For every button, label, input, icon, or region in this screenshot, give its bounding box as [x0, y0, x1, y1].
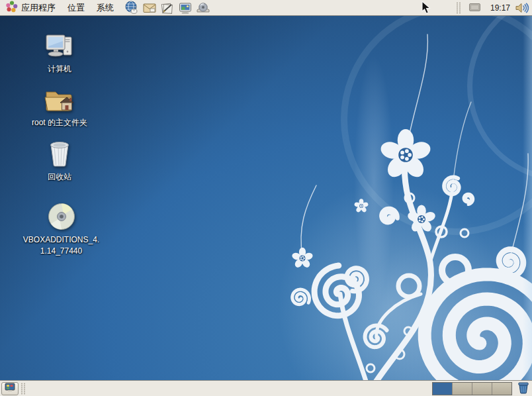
- desktop-icon-home-folder[interactable]: root 的主文件夹: [20, 87, 99, 128]
- workspace-cell-2[interactable]: [452, 383, 472, 395]
- applications-menu[interactable]: 应用程序: [0, 0, 62, 15]
- email-client-icon[interactable]: [142, 1, 157, 15]
- desktop-icon-label: root 的主文件夹: [20, 118, 99, 128]
- trash-can-icon: [46, 140, 73, 171]
- workspace-cell-3[interactable]: [472, 383, 492, 395]
- computer-icon: [44, 33, 75, 63]
- workspace-cell-1[interactable]: [433, 383, 452, 395]
- show-desktop-icon: [5, 383, 15, 395]
- bottom-panel: [0, 380, 532, 396]
- panel-launchers: [124, 1, 211, 15]
- applications-menu-label: 应用程序: [21, 2, 56, 14]
- cd-disc-icon: [46, 201, 77, 234]
- panel-drag-handle[interactable]: [456, 2, 462, 14]
- speaker-volume-icon[interactable]: [515, 2, 529, 14]
- trash-applet[interactable]: [516, 381, 531, 396]
- cd-player-icon[interactable]: [195, 1, 211, 15]
- show-desktop-button[interactable]: [1, 382, 19, 395]
- tray-indicator-icon[interactable]: [469, 2, 480, 14]
- display-photo-icon[interactable]: [177, 1, 193, 15]
- desktop-icon-label-line1: VBOXADDITIONS_4.: [7, 235, 116, 245]
- panel-clock[interactable]: 19:17: [487, 3, 513, 13]
- panel-drag-handle[interactable]: [21, 383, 26, 395]
- desktop-icon-computer[interactable]: 计算机: [20, 33, 99, 74]
- distro-flower-logo-icon: [6, 1, 18, 15]
- desktop-icon-label-line2: 1.14_77440: [7, 246, 116, 256]
- places-menu[interactable]: 位置: [62, 0, 91, 15]
- desktop-icon-vbox-cd[interactable]: VBOXADDITIONS_4. 1.14_77440: [7, 201, 116, 256]
- system-menu-label: 系统: [97, 2, 114, 14]
- trash-bin-icon: [517, 381, 530, 396]
- writer-document-icon[interactable]: [159, 1, 175, 15]
- workspace-cell-4[interactable]: [492, 383, 511, 395]
- desktop-icon-label: 回收站: [20, 172, 99, 182]
- web-browser-icon[interactable]: [124, 1, 140, 15]
- places-menu-label: 位置: [67, 2, 85, 14]
- desktop-icon-trash[interactable]: 回收站: [20, 140, 99, 182]
- desktop-surface[interactable]: 计算机 root 的主文件夹: [0, 16, 532, 380]
- system-menu[interactable]: 系统: [91, 0, 120, 15]
- top-panel: 应用程序 位置 系统: [0, 0, 532, 16]
- desktop-icon-label: 计算机: [20, 64, 99, 74]
- home-folder-icon: [42, 87, 77, 117]
- desktop-screen: 应用程序 位置 系统: [0, 0, 532, 396]
- wallpaper-edge-light: [523, 16, 532, 380]
- workspace-switcher: [432, 382, 512, 395]
